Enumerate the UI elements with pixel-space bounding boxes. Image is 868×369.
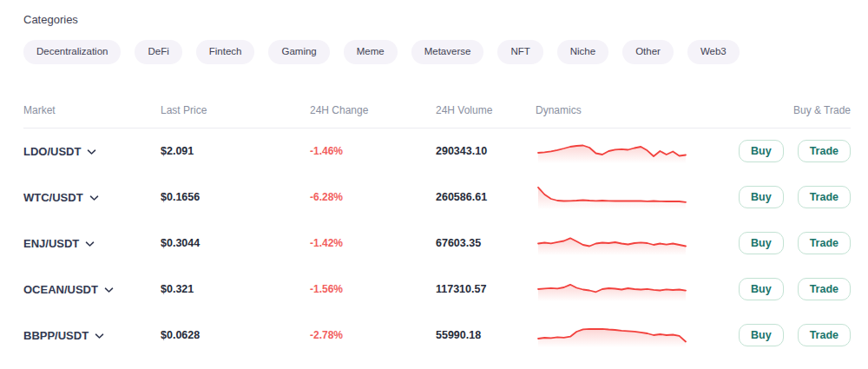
column-header-market: Market: [23, 104, 161, 116]
market-pair-dropdown[interactable]: LDO/USDT: [23, 145, 96, 158]
sparkline-chart: [536, 185, 720, 209]
chevron-down-icon: [85, 241, 95, 247]
markets-page: Categories DecentralizationDeFiFintechGa…: [0, 0, 868, 369]
trade-button[interactable]: Trade: [798, 324, 851, 347]
category-pill-gaming[interactable]: Gaming: [268, 40, 329, 64]
buy-button[interactable]: Buy: [739, 278, 784, 301]
category-pill-meme[interactable]: Meme: [344, 40, 398, 64]
last-price: $0.1656: [161, 191, 310, 203]
chevron-down-icon: [87, 149, 96, 155]
change-24h: -1.56%: [310, 283, 436, 295]
market-pair-label: OCEAN/USDT: [23, 283, 98, 296]
trade-button[interactable]: Trade: [798, 186, 851, 209]
category-pills: DecentralizationDeFiFintechGamingMemeMet…: [23, 40, 851, 64]
sparkline-chart: [536, 277, 720, 301]
market-pair-label: LDO/USDT: [23, 145, 81, 158]
category-pill-niche[interactable]: Niche: [557, 40, 608, 64]
trade-button[interactable]: Trade: [798, 232, 851, 255]
chevron-down-icon: [95, 333, 104, 339]
category-pill-web3[interactable]: Web3: [687, 40, 740, 64]
sparkline-chart: [536, 323, 720, 347]
row-actions: Buy Trade: [720, 232, 851, 255]
last-price: $2.091: [161, 145, 310, 157]
volume-24h: 290343.10: [436, 145, 536, 157]
buy-button[interactable]: Buy: [739, 324, 784, 347]
market-pair-dropdown[interactable]: BBPP/USDT: [23, 329, 104, 342]
row-actions: Buy Trade: [720, 186, 851, 209]
trade-button[interactable]: Trade: [798, 140, 851, 163]
category-pill-fintech[interactable]: Fintech: [196, 40, 255, 64]
volume-24h: 117310.57: [436, 283, 536, 295]
volume-24h: 260586.61: [436, 191, 536, 203]
table-row: WTC/USDT $0.1656 -6.28% 260586.61 Buy Tr…: [23, 175, 851, 221]
change-24h: -1.42%: [310, 237, 436, 249]
market-pair-label: BBPP/USDT: [23, 329, 89, 342]
change-24h: -1.46%: [310, 145, 436, 157]
last-price: $0.321: [161, 283, 310, 295]
market-pair-dropdown[interactable]: WTC/USDT: [23, 191, 99, 204]
table-row: BBPP/USDT $0.0628 -2.78% 55990.18 Buy Tr…: [23, 313, 851, 359]
category-pill-nft[interactable]: NFT: [497, 40, 542, 64]
table-row: OCEAN/USDT $0.321 -1.56% 117310.57 Buy T…: [23, 267, 851, 313]
last-price: $0.3044: [161, 237, 310, 249]
volume-24h: 67603.35: [436, 237, 536, 249]
table-header: Market Last Price 24H Change 24H Volume …: [23, 93, 851, 128]
row-actions: Buy Trade: [720, 140, 851, 163]
volume-24h: 55990.18: [436, 329, 536, 341]
market-pair-label: ENJ/USDT: [23, 237, 79, 250]
market-table-body: LDO/USDT $2.091 -1.46% 290343.10 Buy Tra…: [23, 128, 851, 359]
table-row: ENJ/USDT $0.3044 -1.42% 67603.35 Buy Tra…: [23, 221, 851, 267]
category-pill-other[interactable]: Other: [622, 40, 674, 64]
category-pill-defi[interactable]: DeFi: [135, 40, 181, 64]
table-row: LDO/USDT $2.091 -1.46% 290343.10 Buy Tra…: [23, 128, 851, 175]
category-pill-metaverse[interactable]: Metaverse: [411, 40, 484, 64]
column-header-buy-trade: Buy & Trade: [720, 104, 851, 116]
column-header-24h-volume: 24H Volume: [436, 104, 536, 116]
sparkline-chart: [536, 139, 720, 163]
buy-button[interactable]: Buy: [739, 186, 784, 209]
buy-button[interactable]: Buy: [739, 140, 784, 163]
buy-button[interactable]: Buy: [739, 232, 784, 255]
change-24h: -2.78%: [310, 329, 436, 341]
categories-title: Categories: [23, 13, 851, 26]
market-pair-label: WTC/USDT: [23, 191, 83, 204]
column-header-last-price: Last Price: [161, 104, 310, 116]
column-header-24h-change: 24H Change: [310, 104, 436, 116]
chevron-down-icon: [104, 287, 114, 293]
trade-button[interactable]: Trade: [798, 278, 851, 301]
row-actions: Buy Trade: [720, 324, 851, 347]
row-actions: Buy Trade: [720, 278, 851, 301]
market-pair-dropdown[interactable]: OCEAN/USDT: [23, 283, 114, 296]
change-24h: -6.28%: [310, 191, 436, 203]
last-price: $0.0628: [161, 329, 310, 341]
market-pair-dropdown[interactable]: ENJ/USDT: [23, 237, 95, 250]
column-header-dynamics: Dynamics: [536, 104, 720, 116]
chevron-down-icon: [89, 195, 99, 201]
category-pill-decentralization[interactable]: Decentralization: [23, 40, 121, 64]
sparkline-chart: [536, 231, 720, 255]
